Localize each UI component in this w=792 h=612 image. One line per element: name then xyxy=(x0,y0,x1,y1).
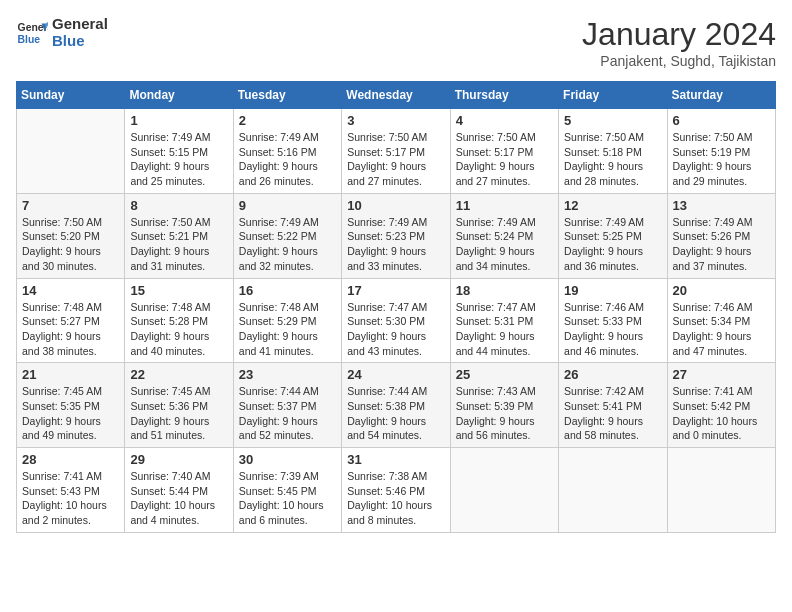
calendar-cell: 19Sunrise: 7:46 AM Sunset: 5:33 PM Dayli… xyxy=(559,278,667,363)
day-number: 2 xyxy=(239,113,336,128)
calendar-table: SundayMondayTuesdayWednesdayThursdayFrid… xyxy=(16,81,776,533)
day-of-week-header: Friday xyxy=(559,82,667,109)
day-number: 19 xyxy=(564,283,661,298)
page-header: General Blue General Blue January 2024 P… xyxy=(16,16,776,69)
calendar-cell: 23Sunrise: 7:44 AM Sunset: 5:37 PM Dayli… xyxy=(233,363,341,448)
day-info: Sunrise: 7:48 AM Sunset: 5:29 PM Dayligh… xyxy=(239,300,336,359)
day-info: Sunrise: 7:49 AM Sunset: 5:16 PM Dayligh… xyxy=(239,130,336,189)
day-info: Sunrise: 7:50 AM Sunset: 5:18 PM Dayligh… xyxy=(564,130,661,189)
day-info: Sunrise: 7:50 AM Sunset: 5:19 PM Dayligh… xyxy=(673,130,770,189)
day-number: 15 xyxy=(130,283,227,298)
day-info: Sunrise: 7:46 AM Sunset: 5:34 PM Dayligh… xyxy=(673,300,770,359)
day-number: 20 xyxy=(673,283,770,298)
calendar-cell: 13Sunrise: 7:49 AM Sunset: 5:26 PM Dayli… xyxy=(667,193,775,278)
day-info: Sunrise: 7:42 AM Sunset: 5:41 PM Dayligh… xyxy=(564,384,661,443)
calendar-cell: 1Sunrise: 7:49 AM Sunset: 5:15 PM Daylig… xyxy=(125,109,233,194)
calendar-cell xyxy=(17,109,125,194)
day-info: Sunrise: 7:43 AM Sunset: 5:39 PM Dayligh… xyxy=(456,384,553,443)
day-info: Sunrise: 7:49 AM Sunset: 5:26 PM Dayligh… xyxy=(673,215,770,274)
calendar-cell: 26Sunrise: 7:42 AM Sunset: 5:41 PM Dayli… xyxy=(559,363,667,448)
day-number: 24 xyxy=(347,367,444,382)
day-number: 13 xyxy=(673,198,770,213)
calendar-cell: 14Sunrise: 7:48 AM Sunset: 5:27 PM Dayli… xyxy=(17,278,125,363)
day-info: Sunrise: 7:49 AM Sunset: 5:22 PM Dayligh… xyxy=(239,215,336,274)
day-number: 8 xyxy=(130,198,227,213)
day-info: Sunrise: 7:50 AM Sunset: 5:17 PM Dayligh… xyxy=(347,130,444,189)
calendar-cell: 8Sunrise: 7:50 AM Sunset: 5:21 PM Daylig… xyxy=(125,193,233,278)
calendar-cell xyxy=(450,448,558,533)
calendar-cell: 2Sunrise: 7:49 AM Sunset: 5:16 PM Daylig… xyxy=(233,109,341,194)
calendar-cell xyxy=(559,448,667,533)
calendar-cell: 9Sunrise: 7:49 AM Sunset: 5:22 PM Daylig… xyxy=(233,193,341,278)
day-info: Sunrise: 7:50 AM Sunset: 5:20 PM Dayligh… xyxy=(22,215,119,274)
day-info: Sunrise: 7:44 AM Sunset: 5:37 PM Dayligh… xyxy=(239,384,336,443)
day-info: Sunrise: 7:49 AM Sunset: 5:23 PM Dayligh… xyxy=(347,215,444,274)
title-block: January 2024 Panjakent, Sughd, Tajikista… xyxy=(582,16,776,69)
calendar-cell: 22Sunrise: 7:45 AM Sunset: 5:36 PM Dayli… xyxy=(125,363,233,448)
day-number: 1 xyxy=(130,113,227,128)
day-number: 22 xyxy=(130,367,227,382)
day-info: Sunrise: 7:49 AM Sunset: 5:24 PM Dayligh… xyxy=(456,215,553,274)
day-number: 7 xyxy=(22,198,119,213)
day-number: 4 xyxy=(456,113,553,128)
day-info: Sunrise: 7:46 AM Sunset: 5:33 PM Dayligh… xyxy=(564,300,661,359)
day-info: Sunrise: 7:41 AM Sunset: 5:43 PM Dayligh… xyxy=(22,469,119,528)
day-of-week-header: Wednesday xyxy=(342,82,450,109)
calendar-cell: 30Sunrise: 7:39 AM Sunset: 5:45 PM Dayli… xyxy=(233,448,341,533)
calendar-cell: 27Sunrise: 7:41 AM Sunset: 5:42 PM Dayli… xyxy=(667,363,775,448)
calendar-cell: 24Sunrise: 7:44 AM Sunset: 5:38 PM Dayli… xyxy=(342,363,450,448)
day-number: 17 xyxy=(347,283,444,298)
day-info: Sunrise: 7:47 AM Sunset: 5:30 PM Dayligh… xyxy=(347,300,444,359)
calendar-cell: 11Sunrise: 7:49 AM Sunset: 5:24 PM Dayli… xyxy=(450,193,558,278)
day-of-week-header: Thursday xyxy=(450,82,558,109)
day-of-week-header: Saturday xyxy=(667,82,775,109)
logo-line2: Blue xyxy=(52,33,108,50)
calendar-cell: 10Sunrise: 7:49 AM Sunset: 5:23 PM Dayli… xyxy=(342,193,450,278)
day-number: 28 xyxy=(22,452,119,467)
logo-line1: General xyxy=(52,16,108,33)
calendar-cell: 28Sunrise: 7:41 AM Sunset: 5:43 PM Dayli… xyxy=(17,448,125,533)
calendar-week-row: 1Sunrise: 7:49 AM Sunset: 5:15 PM Daylig… xyxy=(17,109,776,194)
calendar-header-row: SundayMondayTuesdayWednesdayThursdayFrid… xyxy=(17,82,776,109)
calendar-cell: 17Sunrise: 7:47 AM Sunset: 5:30 PM Dayli… xyxy=(342,278,450,363)
calendar-cell: 15Sunrise: 7:48 AM Sunset: 5:28 PM Dayli… xyxy=(125,278,233,363)
day-number: 31 xyxy=(347,452,444,467)
day-number: 16 xyxy=(239,283,336,298)
calendar-week-row: 28Sunrise: 7:41 AM Sunset: 5:43 PM Dayli… xyxy=(17,448,776,533)
day-number: 26 xyxy=(564,367,661,382)
day-number: 23 xyxy=(239,367,336,382)
calendar-cell: 21Sunrise: 7:45 AM Sunset: 5:35 PM Dayli… xyxy=(17,363,125,448)
day-info: Sunrise: 7:47 AM Sunset: 5:31 PM Dayligh… xyxy=(456,300,553,359)
day-number: 10 xyxy=(347,198,444,213)
day-info: Sunrise: 7:40 AM Sunset: 5:44 PM Dayligh… xyxy=(130,469,227,528)
day-info: Sunrise: 7:49 AM Sunset: 5:15 PM Dayligh… xyxy=(130,130,227,189)
day-number: 27 xyxy=(673,367,770,382)
day-number: 21 xyxy=(22,367,119,382)
calendar-cell: 16Sunrise: 7:48 AM Sunset: 5:29 PM Dayli… xyxy=(233,278,341,363)
day-number: 3 xyxy=(347,113,444,128)
calendar-cell: 18Sunrise: 7:47 AM Sunset: 5:31 PM Dayli… xyxy=(450,278,558,363)
calendar-cell: 31Sunrise: 7:38 AM Sunset: 5:46 PM Dayli… xyxy=(342,448,450,533)
day-number: 5 xyxy=(564,113,661,128)
calendar-cell: 29Sunrise: 7:40 AM Sunset: 5:44 PM Dayli… xyxy=(125,448,233,533)
calendar-week-row: 7Sunrise: 7:50 AM Sunset: 5:20 PM Daylig… xyxy=(17,193,776,278)
calendar-cell: 4Sunrise: 7:50 AM Sunset: 5:17 PM Daylig… xyxy=(450,109,558,194)
day-number: 14 xyxy=(22,283,119,298)
location: Panjakent, Sughd, Tajikistan xyxy=(582,53,776,69)
day-number: 9 xyxy=(239,198,336,213)
day-number: 12 xyxy=(564,198,661,213)
day-info: Sunrise: 7:49 AM Sunset: 5:25 PM Dayligh… xyxy=(564,215,661,274)
svg-text:Blue: Blue xyxy=(18,33,41,44)
calendar-cell: 7Sunrise: 7:50 AM Sunset: 5:20 PM Daylig… xyxy=(17,193,125,278)
calendar-cell: 12Sunrise: 7:49 AM Sunset: 5:25 PM Dayli… xyxy=(559,193,667,278)
day-number: 25 xyxy=(456,367,553,382)
day-of-week-header: Sunday xyxy=(17,82,125,109)
day-info: Sunrise: 7:45 AM Sunset: 5:36 PM Dayligh… xyxy=(130,384,227,443)
day-info: Sunrise: 7:38 AM Sunset: 5:46 PM Dayligh… xyxy=(347,469,444,528)
day-info: Sunrise: 7:41 AM Sunset: 5:42 PM Dayligh… xyxy=(673,384,770,443)
day-of-week-header: Monday xyxy=(125,82,233,109)
day-info: Sunrise: 7:50 AM Sunset: 5:17 PM Dayligh… xyxy=(456,130,553,189)
day-number: 18 xyxy=(456,283,553,298)
day-info: Sunrise: 7:39 AM Sunset: 5:45 PM Dayligh… xyxy=(239,469,336,528)
day-info: Sunrise: 7:50 AM Sunset: 5:21 PM Dayligh… xyxy=(130,215,227,274)
